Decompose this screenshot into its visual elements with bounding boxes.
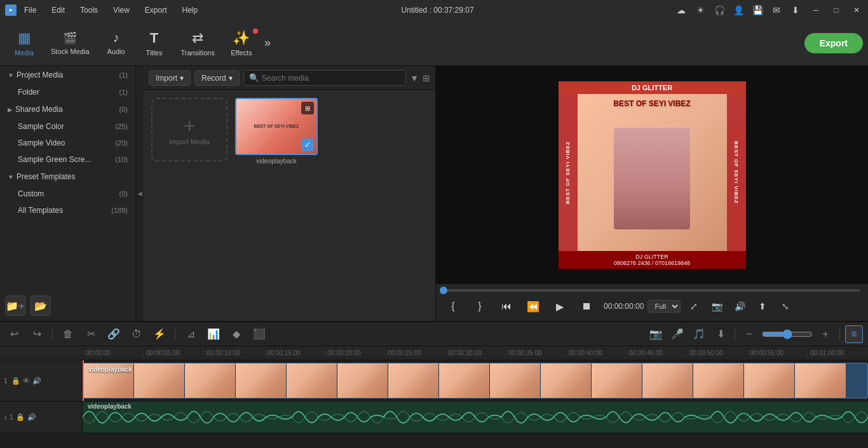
audio-lock-icon[interactable]: 🔒 bbox=[16, 413, 25, 421]
crop-button[interactable]: ⬛ bbox=[250, 325, 268, 343]
search-box[interactable]: 🔍 bbox=[243, 70, 406, 86]
unlink-button[interactable]: 🔗 bbox=[105, 325, 123, 343]
mark-in-button[interactable]: { bbox=[444, 297, 463, 316]
screenshot-button[interactable]: 📷 bbox=[707, 297, 726, 316]
sidebar-item-all-templates[interactable]: All Templates (189) bbox=[3, 203, 133, 218]
sidebar-item-sample-color[interactable]: Sample Color (25) bbox=[3, 119, 133, 134]
step-back-button[interactable]: ⏮ bbox=[497, 297, 516, 316]
stop-button[interactable]: ⏹ bbox=[577, 297, 596, 316]
preview-panel: DJ GLITTER BEST OF SEYI VIBEZ B bbox=[436, 66, 868, 321]
toolbar-audio[interactable]: ♪ Audio bbox=[97, 27, 135, 59]
sidebar-item-preset-templates[interactable]: ▼ Preset Templates bbox=[3, 168, 133, 185]
delete-button[interactable]: 🗑 bbox=[59, 325, 77, 343]
toolbar-titles[interactable]: T Titles bbox=[135, 26, 173, 60]
fullscreen-button[interactable]: ⤢ bbox=[684, 297, 703, 316]
tl-sep-1 bbox=[52, 328, 53, 341]
video-clip[interactable]: videoplayback bbox=[83, 363, 868, 398]
menu-file[interactable]: File bbox=[22, 4, 39, 16]
effects-icon: ✨ bbox=[233, 30, 250, 46]
download-icon[interactable]: ⬇ bbox=[789, 4, 802, 17]
resize-button[interactable]: ⤡ bbox=[776, 297, 795, 316]
time-marker-0: 00:00:00 bbox=[83, 350, 143, 356]
headphone-icon[interactable]: 🎧 bbox=[713, 4, 726, 17]
time-markers: 00:00:00 00:00:05:00 00:00:10:00 00:00:1… bbox=[83, 350, 867, 356]
grid-view-icon[interactable]: ⊞ bbox=[423, 73, 430, 83]
undo-button[interactable]: ↩ bbox=[5, 325, 23, 343]
search-input[interactable] bbox=[262, 74, 400, 83]
maximize-button[interactable]: □ bbox=[830, 4, 843, 17]
toolbar-more-button[interactable]: » bbox=[261, 32, 275, 53]
eye-icon[interactable]: 👁 bbox=[23, 377, 30, 384]
audio-volume-icon[interactable]: 🔊 bbox=[27, 413, 36, 421]
toolbar-transitions[interactable]: ⇄ Transitions bbox=[173, 26, 222, 60]
zoom-out-button[interactable]: − bbox=[740, 325, 758, 343]
sidebar-label-sample-color: Sample Color bbox=[18, 122, 115, 131]
sidebar-item-sample-green-screen[interactable]: Sample Green Scre... (10) bbox=[3, 152, 133, 167]
clip-thumb-15 bbox=[795, 363, 846, 398]
camera-button[interactable]: 📷 bbox=[647, 325, 665, 343]
mute-icon[interactable]: 🔊 bbox=[32, 377, 41, 385]
mark-out-button[interactable]: } bbox=[470, 297, 489, 316]
playhead[interactable] bbox=[83, 360, 84, 401]
split-button[interactable]: ⊿ bbox=[182, 325, 200, 343]
play-back-button[interactable]: ⏪ bbox=[524, 297, 543, 316]
zoom-in-button[interactable]: + bbox=[817, 325, 834, 343]
filter-icon[interactable]: ▼ bbox=[410, 73, 419, 83]
menu-edit[interactable]: Edit bbox=[49, 4, 67, 16]
main-area: ▼ Project Media (1) Folder (1) ▶ Shared … bbox=[0, 66, 868, 321]
audio-duck-button[interactable]: 📊 bbox=[205, 325, 222, 343]
menu-help[interactable]: Help bbox=[180, 4, 201, 16]
zoom-slider[interactable] bbox=[762, 329, 813, 339]
keyframe-button[interactable]: ◆ bbox=[227, 325, 245, 343]
audio-track-row: ♪ 1 🔒 🔊 videoplayback // Generate bbox=[0, 402, 868, 433]
trim-button[interactable]: ⚡ bbox=[151, 325, 168, 343]
redo-button[interactable]: ↪ bbox=[28, 325, 46, 343]
toolbar-media[interactable]: ▦ Media bbox=[5, 26, 43, 60]
lock-icon[interactable]: 🔒 bbox=[11, 377, 20, 385]
speed-button[interactable]: ⏱ bbox=[128, 325, 146, 343]
sidebar-item-custom[interactable]: Custom (0) bbox=[3, 186, 133, 201]
export-button[interactable]: Export bbox=[804, 33, 863, 53]
minimize-button[interactable]: ─ bbox=[810, 4, 822, 17]
sidebar-item-folder[interactable]: Folder (1) bbox=[3, 85, 133, 100]
sidebar-item-shared-media[interactable]: ▶ Shared Media (0) bbox=[3, 101, 133, 118]
save-icon[interactable]: 💾 bbox=[751, 4, 764, 17]
clip-thumb-13 bbox=[693, 363, 744, 398]
folder-button[interactable]: 📂 bbox=[31, 295, 51, 316]
cloud-icon[interactable]: ☁ bbox=[675, 4, 688, 17]
menu-tools[interactable]: Tools bbox=[78, 4, 100, 16]
add-folder-button[interactable]: 📁+ bbox=[5, 295, 25, 316]
sidebar-item-sample-video[interactable]: Sample Video (20) bbox=[3, 135, 133, 151]
expand-arrow-icon: ▼ bbox=[8, 72, 14, 79]
time-marker-6: 00:00:30:00 bbox=[445, 350, 505, 356]
close-button[interactable]: ✕ bbox=[850, 4, 863, 17]
titles-icon: T bbox=[150, 30, 158, 46]
sun-icon[interactable]: ☀ bbox=[694, 4, 707, 17]
media-item-videoplayback[interactable]: BEST OF SEYI VIBEZ ⊞ ✓ videoplayback bbox=[235, 98, 318, 165]
audio-settings-button[interactable]: 🎵 bbox=[690, 325, 708, 343]
preview-left-text: BEST OF SEYI VIBEZ bbox=[565, 141, 571, 204]
timeline-tracks: 00:00:00 00:00:05:00 00:00:10:00 00:00:1… bbox=[0, 346, 868, 448]
toolbar-stock-media[interactable]: 🎬 Stock Media bbox=[43, 27, 97, 59]
import-to-timeline-button[interactable]: ⬇ bbox=[712, 325, 729, 343]
avatar-icon[interactable]: 👤 bbox=[732, 4, 745, 17]
progress-bar[interactable] bbox=[444, 289, 860, 292]
play-button[interactable]: ▶ bbox=[550, 297, 569, 316]
export-frame-button[interactable]: ⬆ bbox=[753, 297, 772, 316]
sidebar-count-all-templates: (189) bbox=[111, 207, 128, 214]
volume-button[interactable]: 🔊 bbox=[730, 297, 749, 316]
list-view-button[interactable]: ≡ bbox=[845, 325, 863, 343]
import-media-placeholder[interactable]: + Import Media bbox=[151, 98, 227, 161]
import-button[interactable]: Import ▾ bbox=[149, 71, 191, 86]
mail-icon[interactable]: ✉ bbox=[770, 4, 783, 17]
mic-button[interactable]: 🎤 bbox=[668, 325, 686, 343]
cut-button[interactable]: ✂ bbox=[82, 325, 100, 343]
quality-select[interactable]: Full 1/2 1/4 bbox=[648, 300, 681, 313]
collapse-sidebar-button[interactable]: ◀ bbox=[136, 66, 144, 321]
record-button[interactable]: Record ▾ bbox=[194, 71, 240, 86]
menu-view[interactable]: View bbox=[111, 4, 132, 16]
media-thumbnail[interactable]: BEST OF SEYI VIBEZ ⊞ ✓ bbox=[235, 98, 318, 155]
preview-title-text: BEST OF SEYI VIBEZ bbox=[613, 99, 690, 108]
sidebar-item-project-media[interactable]: ▼ Project Media (1) bbox=[3, 67, 133, 83]
menu-export[interactable]: Export bbox=[142, 4, 170, 16]
